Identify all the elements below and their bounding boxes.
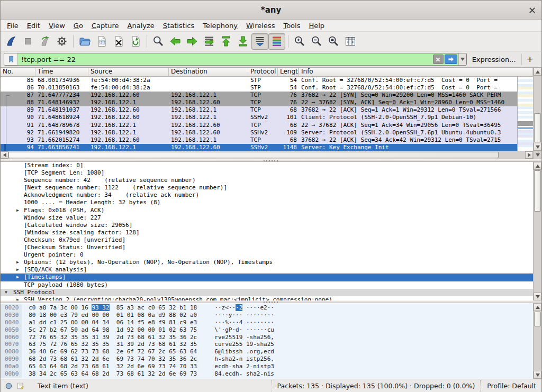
- menu-help[interactable]: Help: [304, 21, 329, 31]
- expander-icon[interactable]: ▶: [16, 274, 19, 281]
- auto-scroll-button[interactable]: [251, 33, 268, 50]
- scroll-up-icon[interactable]: [534, 68, 541, 76]
- scroll-down-icon[interactable]: [534, 143, 541, 151]
- scroll-down-icon[interactable]: [534, 371, 541, 379]
- expression-button[interactable]: Expression...: [467, 56, 521, 63]
- column-header-source[interactable]: Source: [88, 68, 169, 76]
- packet-row[interactable]: 9271.661949820192.168.122.1192.168.122.6…: [1, 129, 517, 136]
- expander-icon[interactable]: ▶: [16, 259, 19, 266]
- go-forward-button[interactable]: [184, 33, 201, 50]
- capture-options-button[interactable]: [53, 33, 70, 50]
- detail-line[interactable]: [Checksum Status: Unverified]: [1, 244, 533, 251]
- scroll-track[interactable]: [8, 151, 525, 159]
- close-file-button[interactable]: [110, 33, 127, 50]
- packet-row[interactable]: 8871.648146932192.168.122.1192.168.122.6…: [1, 99, 517, 106]
- profile-selector[interactable]: Profile: Default: [480, 380, 537, 391]
- detail-line[interactable]: Acknowledgment number: 34 (relative ack …: [1, 192, 533, 199]
- scroll-up-icon[interactable]: [534, 162, 541, 170]
- scroll-thumb[interactable]: [534, 312, 541, 326]
- packet-row[interactable]: 8670.013850163fe:54:00:d4:38:2aSTP54Conf…: [1, 84, 517, 92]
- hex-row[interactable]: 0040 a1 dd c1 25 00 00 04 34 06 14 f5 e8…: [1, 319, 533, 326]
- start-capture-button[interactable]: [3, 33, 20, 50]
- hex-row[interactable]: 00b0 38 34 2c 65 63 64 68 2d 73 68 61 32…: [1, 370, 533, 378]
- stop-capture-button[interactable]: [20, 33, 37, 50]
- column-header-protocol[interactable]: Protocol: [248, 68, 278, 76]
- packet-row[interactable]: 8771.647777234192.168.122.60192.168.122.…: [1, 92, 517, 99]
- detail-line[interactable]: Window size value: 227: [1, 214, 533, 222]
- packet-list-hscrollbar[interactable]: [1, 151, 533, 159]
- detail-line[interactable]: 1000 .... = Header Length: 32 bytes (8): [1, 199, 533, 206]
- find-packet-button[interactable]: [150, 33, 167, 50]
- packet-row[interactable]: 8568.001734936fe:54:00:d4:38:2aSTP54Conf…: [1, 77, 517, 84]
- detail-line[interactable]: Checksum: 0x79ed [unverified]: [1, 236, 533, 244]
- menu-telephony[interactable]: Telephony: [198, 21, 242, 31]
- detail-line[interactable]: ▶Flags: 0x018 (PSH, ACK): [1, 207, 533, 214]
- detail-line[interactable]: [Stream index: 0]: [1, 162, 533, 169]
- packet-list-vscrollbar[interactable]: [533, 68, 541, 151]
- detail-line[interactable]: [Calculated window size: 29056]: [1, 222, 533, 229]
- detail-line[interactable]: Urgent pointer: 0: [1, 251, 533, 259]
- packet-row[interactable]: 9471.663856741192.168.122.1192.168.122.6…: [1, 144, 517, 151]
- scroll-down-icon[interactable]: [534, 293, 541, 300]
- menu-analyze[interactable]: Analyze: [123, 21, 159, 31]
- menu-go[interactable]: Go: [69, 21, 87, 31]
- capture-comment-icon[interactable]: [16, 382, 24, 390]
- detail-line[interactable]: TCP payload (1080 bytes): [1, 281, 533, 289]
- scroll-track[interactable]: [534, 311, 541, 371]
- scroll-thumb[interactable]: [534, 170, 541, 212]
- zoom-out-button[interactable]: [308, 33, 325, 50]
- menu-tools[interactable]: Tools: [279, 21, 304, 31]
- scroll-left-icon[interactable]: [1, 151, 8, 159]
- scroll-thumb[interactable]: [8, 152, 499, 158]
- column-header-destination[interactable]: Destination: [169, 68, 248, 76]
- column-header-info[interactable]: Info: [299, 68, 533, 76]
- packet-row[interactable]: 9071.648618924192.168.122.60192.168.122.…: [1, 114, 517, 121]
- menu-edit[interactable]: Edit: [23, 21, 44, 31]
- go-to-packet-button[interactable]: [201, 33, 218, 50]
- packet-row[interactable]: 8971.648191037192.168.122.60192.168.122.…: [1, 106, 517, 114]
- go-last-button[interactable]: [234, 33, 251, 50]
- scroll-track[interactable]: [534, 76, 541, 143]
- open-file-button[interactable]: [76, 33, 93, 50]
- detail-line[interactable]: ▶[SEQ/ACK analysis]: [1, 266, 533, 274]
- column-header-length[interactable]: Length: [278, 68, 299, 76]
- hex-row[interactable]: 00a0 65 63 64 68 2d 73 68 61 32 2d 6e 69…: [1, 363, 533, 370]
- zoom-original-button[interactable]: [325, 33, 342, 50]
- menu-wireless[interactable]: Wireless: [242, 21, 279, 31]
- detail-line[interactable]: ▶SSH Version 2 (encryption:chacha20-poly…: [1, 296, 533, 300]
- detail-line[interactable]: ▶Options: (12 bytes), No-Operation (NOP)…: [1, 259, 533, 266]
- menu-file[interactable]: File: [3, 21, 23, 31]
- expander-icon[interactable]: ▼: [5, 289, 7, 296]
- zoom-in-button[interactable]: [291, 33, 308, 50]
- menu-view[interactable]: View: [44, 21, 69, 31]
- packet-row[interactable]: 9171.648789678192.168.122.1192.168.122.6…: [1, 122, 517, 129]
- bytes-vscrollbar[interactable]: [533, 303, 541, 379]
- column-header-time[interactable]: Time: [35, 68, 88, 76]
- packet-minimap[interactable]: [517, 77, 533, 151]
- column-header-no[interactable]: No.: [1, 68, 35, 76]
- close-icon[interactable]: [528, 6, 536, 14]
- detail-line[interactable]: [TCP Segment Len: 1080]: [1, 169, 533, 177]
- scroll-thumb[interactable]: [534, 113, 541, 142]
- go-first-button[interactable]: [218, 33, 234, 50]
- detail-line[interactable]: [Next sequence number: 1122 (relative se…: [1, 184, 533, 192]
- go-back-button[interactable]: [167, 33, 184, 50]
- hex-row[interactable]: 0070 63 75 72 76 65 32 35 35 31 39 2d 73…: [1, 341, 533, 348]
- filter-bookmark-icon[interactable]: [4, 53, 18, 65]
- display-filter-input[interactable]: [18, 53, 432, 65]
- colorize-button[interactable]: [268, 33, 285, 50]
- resize-columns-button[interactable]: [342, 33, 359, 50]
- reload-file-button[interactable]: [127, 33, 144, 50]
- detail-line[interactable]: [Window size scaling factor: 128]: [1, 229, 533, 236]
- scroll-up-icon[interactable]: [534, 303, 541, 311]
- hex-row[interactable]: 0030 80 18 00 e3 79 ed 00 00 01 01 08 0a…: [1, 312, 533, 319]
- scroll-track[interactable]: [534, 170, 541, 293]
- expander-icon[interactable]: ▶: [16, 266, 19, 274]
- hex-row[interactable]: 0080 36 40 6c 69 62 73 73 68 2e 6f 72 67…: [1, 348, 533, 355]
- hex-row[interactable]: 0090 68 2d 73 68 61 32 2d 6e 69 73 74 70…: [1, 355, 533, 363]
- expert-info-icon[interactable]: [5, 382, 13, 390]
- filter-clear-icon[interactable]: [433, 54, 444, 64]
- menu-statistics[interactable]: Statistics: [159, 21, 198, 31]
- hex-row[interactable]: 0060 72 76 65 32 35 35 31 39 2d 73 68 61…: [1, 334, 533, 341]
- packet-row[interactable]: 9371.662015274192.168.122.60192.168.122.…: [1, 136, 517, 144]
